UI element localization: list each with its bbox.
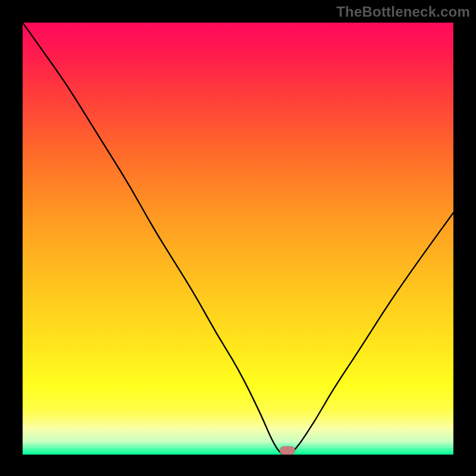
bottleneck-curve: [23, 23, 453, 455]
optimal-marker: [280, 446, 295, 455]
plot-area: [23, 23, 453, 455]
chart-container: TheBottleneck.com: [0, 0, 476, 476]
watermark-text: TheBottleneck.com: [336, 4, 470, 20]
